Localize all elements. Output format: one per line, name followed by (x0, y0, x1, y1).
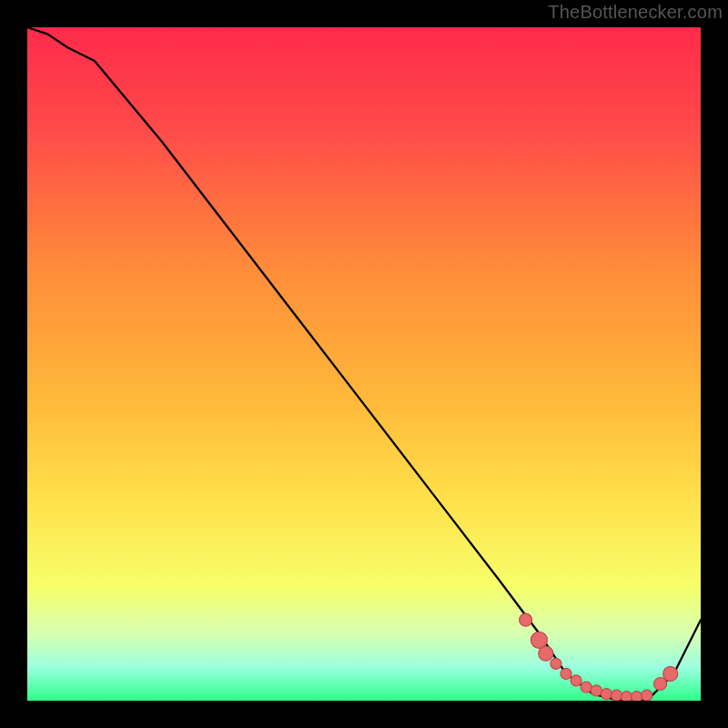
highlight-dot (663, 666, 678, 681)
bottleneck-curve (27, 27, 701, 701)
highlight-dot (654, 678, 667, 691)
highlight-dot (581, 682, 592, 693)
highlight-dot (551, 658, 561, 669)
highlight-dot (520, 613, 532, 626)
highlight-dot (622, 692, 632, 701)
highlight-dot (601, 689, 612, 700)
curve-overlay (27, 27, 701, 701)
highlight-dot (539, 646, 553, 661)
watermark-label: TheBottlenecker.com (548, 2, 723, 23)
highlight-dots-group (520, 613, 678, 701)
highlight-dot (591, 685, 602, 696)
chart-frame: TheBottlenecker.com (0, 0, 728, 728)
highlight-dot (642, 690, 652, 701)
gradient-plot-area (27, 27, 701, 701)
highlight-dot (571, 675, 581, 686)
highlight-dot (561, 668, 571, 679)
highlight-dot (612, 690, 622, 701)
highlight-dot (632, 692, 642, 701)
